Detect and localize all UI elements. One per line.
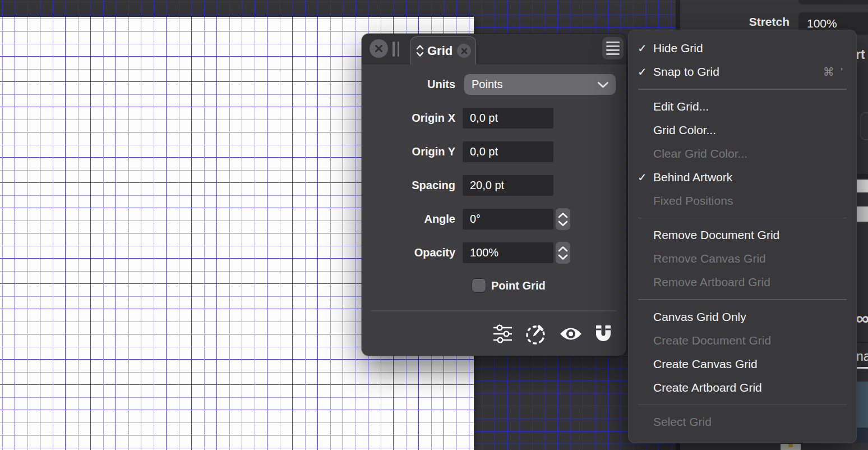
shortcut-label: ⌘ ' xyxy=(823,60,844,84)
tab-close-button[interactable] xyxy=(457,44,471,58)
menu-item-select-grid: Select Grid xyxy=(628,410,857,434)
menu-item-label: Grid Color... xyxy=(653,123,716,136)
angle-row: Angle 0° xyxy=(362,209,626,229)
menu-item-remove-document-grid[interactable]: Remove Document Grid xyxy=(628,223,857,247)
menu-item-snap-to-grid[interactable]: ✓ Snap to Grid ⌘ ' xyxy=(628,60,857,84)
menu-item-behind-artwork[interactable]: ✓ Behind Artwork xyxy=(628,166,857,189)
origin-x-row: Origin X 0,0 pt xyxy=(362,108,626,128)
text-underline xyxy=(857,367,868,369)
link-toggle-icon[interactable]: ∞ xyxy=(856,307,868,329)
snap-magnet-icon[interactable] xyxy=(594,324,613,344)
menu-item-label: Canvas Grid Only xyxy=(653,310,746,323)
angle-input[interactable]: 0° xyxy=(463,209,553,229)
reorder-updown-icon xyxy=(416,44,424,57)
menu-item-label: Fixed Positions xyxy=(653,194,733,207)
menu-item-fixed-positions: Fixed Positions xyxy=(628,189,857,213)
origin-x-label: Origin X xyxy=(362,108,455,128)
panel-menu-button[interactable] xyxy=(602,37,624,59)
menu-item-hide-grid[interactable]: ✓ Hide Grid xyxy=(628,36,857,60)
checkmark-icon: ✓ xyxy=(638,60,651,84)
opacity-row: Opacity 100% xyxy=(362,242,626,263)
units-value: Points xyxy=(472,78,503,90)
menu-item-label: Create Document Grid xyxy=(653,334,771,347)
image-thumbnail-fragment[interactable] xyxy=(781,444,801,450)
spacing-input[interactable]: 20,0 pt xyxy=(463,175,553,196)
opacity-label: Opacity xyxy=(362,242,455,263)
menu-item-label: Hide Grid xyxy=(653,42,703,54)
menu-item-create-canvas-grid[interactable]: Create Canvas Grid xyxy=(628,352,857,376)
point-grid-checkbox[interactable] xyxy=(472,278,486,293)
menu-item-label: Behind Artwork xyxy=(653,171,732,183)
menu-separator xyxy=(638,89,847,90)
menu-item-label: Remove Document Grid xyxy=(653,228,779,241)
menu-separator xyxy=(638,218,847,219)
checkmark-icon: ✓ xyxy=(638,166,651,189)
opacity-stepper[interactable] xyxy=(556,242,570,264)
menu-item-remove-canvas-grid: Remove Canvas Grid xyxy=(628,247,857,270)
menu-item-label: Select Grid xyxy=(653,415,712,428)
point-grid-label: Point Grid xyxy=(491,278,546,293)
spacing-label: Spacing xyxy=(362,175,455,196)
panel-separator xyxy=(371,310,616,311)
menu-item-label: Snap to Grid xyxy=(653,65,719,78)
menu-item-label: Create Canvas Grid xyxy=(653,357,758,370)
menu-item-edit-grid[interactable]: Edit Grid... xyxy=(628,95,857,118)
tab-grid[interactable]: Grid xyxy=(410,36,476,65)
occluded-text-fragment: rt xyxy=(856,47,865,62)
units-label: Units xyxy=(362,74,455,95)
stepper-updown-icon xyxy=(557,211,569,228)
menu-item-remove-artboard-grid: Remove Artboard Grid xyxy=(628,270,857,294)
close-icon xyxy=(375,44,383,53)
units-row: Units Points xyxy=(362,74,626,95)
units-dropdown[interactable]: Points xyxy=(464,74,616,95)
footer-bar-fragment xyxy=(680,443,868,450)
spacing-row: Spacing 20,0 pt xyxy=(362,175,626,196)
inspector-fragment xyxy=(857,174,868,178)
stepper-updown-icon xyxy=(557,245,569,261)
menu-item-clear-grid-color: Clear Grid Color... xyxy=(628,142,857,166)
panel-footer xyxy=(362,323,613,345)
occluded-text-fragment: na xyxy=(856,349,868,364)
menu-separator xyxy=(638,299,847,300)
chevron-down-icon xyxy=(597,81,609,89)
hamburger-icon xyxy=(606,42,620,43)
origin-x-input[interactable]: 0,0 pt xyxy=(463,108,553,128)
grid-settings-panel: Grid Units Points Origin X 0,0 pt Origin… xyxy=(362,34,626,356)
grid-context-menu: ✓ Hide Grid ✓ Snap to Grid ⌘ ' Edit Grid… xyxy=(628,30,857,443)
menu-item-create-artboard-grid[interactable]: Create Artboard Grid xyxy=(628,376,857,400)
menu-item-canvas-grid-only[interactable]: Canvas Grid Only xyxy=(628,305,857,329)
panel-drag-handle[interactable] xyxy=(393,42,400,57)
divider xyxy=(857,342,868,343)
panel-close-button[interactable] xyxy=(370,39,388,58)
app-window: Stretch 100% rt ∞ na Grid xyxy=(0,0,868,450)
inspector-field-fragment[interactable] xyxy=(798,0,868,4)
point-grid-row: Point Grid xyxy=(362,278,626,293)
inspector-swatch-fragment[interactable] xyxy=(857,180,868,192)
opacity-input[interactable]: 100% xyxy=(463,242,553,263)
origin-y-input[interactable]: 0,0 pt xyxy=(463,141,553,162)
stretch-label: Stretch xyxy=(718,15,789,29)
close-icon xyxy=(461,48,468,54)
angle-label: Angle xyxy=(362,209,455,229)
panel-header: Grid xyxy=(362,34,626,65)
visibility-eye-icon[interactable] xyxy=(559,326,583,342)
menu-item-label: Clear Grid Color... xyxy=(653,147,747,160)
menu-item-label: Remove Canvas Grid xyxy=(653,252,766,265)
inspector-swatch-fragment[interactable] xyxy=(857,206,868,222)
menu-item-label: Remove Artboard Grid xyxy=(653,275,770,288)
menu-item-grid-color[interactable]: Grid Color... xyxy=(628,118,857,142)
adjust-sliders-icon[interactable] xyxy=(492,324,513,343)
grid-color-picker-icon[interactable] xyxy=(524,322,548,346)
menu-item-label: Edit Grid... xyxy=(653,100,709,113)
inspector-button-fragment[interactable] xyxy=(860,112,868,140)
color-well-fragment[interactable] xyxy=(857,382,868,428)
angle-stepper[interactable] xyxy=(556,208,570,230)
origin-y-label: Origin Y xyxy=(362,141,455,162)
menu-item-label: Create Artboard Grid xyxy=(653,381,762,394)
menu-separator xyxy=(638,405,847,406)
origin-y-row: Origin Y 0,0 pt xyxy=(362,141,626,162)
checkmark-icon: ✓ xyxy=(638,36,651,60)
menu-item-create-document-grid: Create Document Grid xyxy=(628,329,857,352)
panel-title: Grid xyxy=(427,44,453,58)
